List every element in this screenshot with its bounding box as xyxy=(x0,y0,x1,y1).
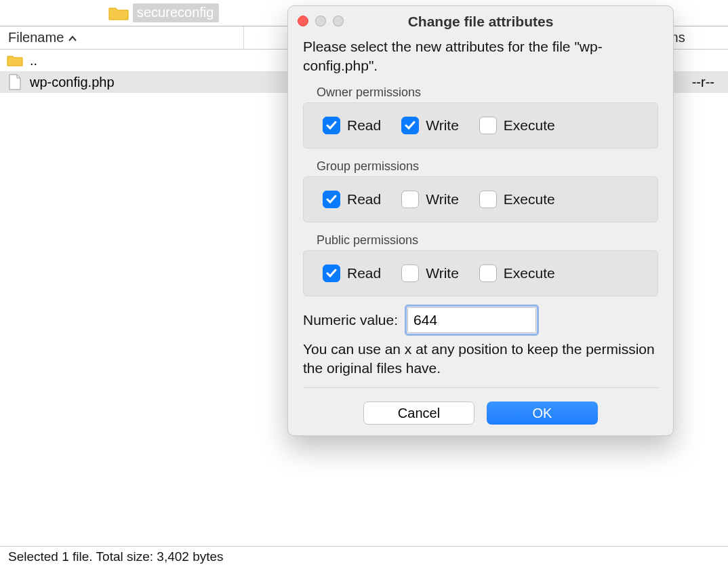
checkbox-label: Write xyxy=(426,265,459,281)
minimize-icon xyxy=(315,16,326,26)
file-row-name: wp-config.php xyxy=(30,75,115,90)
checkbox-icon xyxy=(401,191,419,208)
dialog-prompt: Please select the new attributes for the… xyxy=(303,37,658,76)
path-folder-label[interactable]: secureconfig xyxy=(133,3,219,22)
sort-ascending-icon xyxy=(68,30,77,45)
checkbox-icon xyxy=(479,191,497,208)
group-read-checkbox[interactable]: Read xyxy=(323,191,381,208)
checkbox-label: Read xyxy=(347,265,381,281)
checkbox-label: Write xyxy=(426,191,459,208)
window-controls xyxy=(298,16,344,26)
dialog-titlebar: Change file attributes xyxy=(288,6,673,37)
folder-icon xyxy=(7,52,23,69)
public-read-checkbox[interactable]: Read xyxy=(323,265,381,282)
checkbox-icon xyxy=(323,191,340,208)
group-permissions-label: Group permissions xyxy=(317,159,658,174)
status-bar: Selected 1 file. Total size: 3,402 bytes xyxy=(0,547,728,567)
public-execute-checkbox[interactable]: Execute xyxy=(479,265,555,282)
group-permissions-group: Read Write Execute xyxy=(303,176,658,222)
zoom-icon xyxy=(333,16,344,26)
owner-permissions-label: Owner permissions xyxy=(317,85,658,100)
checkbox-label: Read xyxy=(347,191,381,208)
close-icon[interactable] xyxy=(298,16,308,26)
numeric-hint: You can use an x at any position to keep… xyxy=(303,340,658,378)
checkbox-label: Write xyxy=(426,117,459,134)
checkbox-label: Execute xyxy=(504,117,555,134)
cancel-button[interactable]: Cancel xyxy=(363,402,474,425)
dialog-title: Change file attributes xyxy=(288,14,673,30)
ok-button-label: OK xyxy=(533,406,552,421)
divider xyxy=(303,387,658,388)
owner-permissions-group: Read Write Execute xyxy=(303,102,658,149)
checkbox-icon xyxy=(401,265,419,282)
checkbox-icon xyxy=(479,117,497,134)
checkbox-label: Execute xyxy=(504,265,555,281)
owner-execute-checkbox[interactable]: Execute xyxy=(479,117,555,134)
folder-icon xyxy=(108,5,129,20)
column-header-filename-label: Filename xyxy=(8,30,64,45)
numeric-value-input[interactable] xyxy=(407,307,536,333)
status-text: Selected 1 file. Total size: 3,402 bytes xyxy=(8,549,224,564)
dialog-buttons: Cancel OK xyxy=(288,402,673,425)
checkbox-icon xyxy=(323,265,340,282)
public-write-checkbox[interactable]: Write xyxy=(401,265,459,282)
owner-write-checkbox[interactable]: Write xyxy=(401,117,459,134)
checkbox-label: Execute xyxy=(504,191,555,208)
numeric-value-row: Numeric value: xyxy=(303,307,658,333)
file-row-permissions: --r-- xyxy=(692,75,714,90)
ok-button[interactable]: OK xyxy=(487,402,598,425)
change-attributes-dialog: Change file attributes Please select the… xyxy=(287,5,674,436)
checkbox-icon xyxy=(401,117,419,134)
group-execute-checkbox[interactable]: Execute xyxy=(479,191,555,208)
checkbox-icon xyxy=(479,265,497,282)
column-header-filename[interactable]: Filename xyxy=(0,26,244,49)
file-row-name: .. xyxy=(30,53,37,69)
cancel-button-label: Cancel xyxy=(398,406,440,421)
file-icon xyxy=(7,74,23,90)
checkbox-label: Read xyxy=(347,117,381,134)
owner-read-checkbox[interactable]: Read xyxy=(323,117,381,134)
checkbox-icon xyxy=(323,117,340,134)
public-permissions-group: Read Write Execute xyxy=(303,250,658,296)
group-write-checkbox[interactable]: Write xyxy=(401,191,459,208)
public-permissions-label: Public permissions xyxy=(317,233,658,248)
numeric-value-label: Numeric value: xyxy=(303,312,398,328)
